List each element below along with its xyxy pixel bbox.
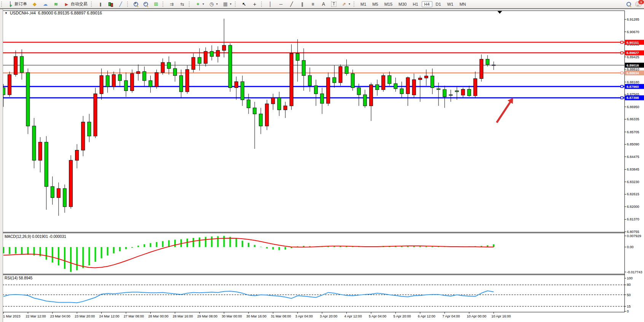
timeframe-button-H1[interactable]: H1 xyxy=(410,1,421,7)
timeframe-button-H4[interactable]: H4 xyxy=(422,1,432,7)
candle-body xyxy=(51,187,54,198)
hline-tool-button[interactable]: ─ xyxy=(276,0,286,8)
auto-scroll-icon: ⇉ xyxy=(169,1,175,7)
label-tool-button[interactable]: T xyxy=(329,1,338,8)
tile-windows-button[interactable]: ⊞ xyxy=(151,0,161,8)
rsi-axis-label: 0 xyxy=(627,309,629,313)
annotation-arrow-shaft[interactable] xyxy=(497,101,511,123)
candle-body xyxy=(284,106,287,110)
timeframe-button-MN[interactable]: MN xyxy=(457,1,469,7)
community-button[interactable]: ☁ xyxy=(40,0,50,8)
line-anchor-handle[interactable] xyxy=(621,52,623,54)
price-tick-label: 6.83230 xyxy=(627,180,639,184)
new-order-label: 新订单 xyxy=(14,1,27,7)
time-tick-label: 28 Mar 00:00 xyxy=(148,314,168,318)
templates-button[interactable]: ▦▾ xyxy=(220,0,233,8)
signal-icon: ≋ xyxy=(53,1,59,7)
macd-axis-label: 0.007929 xyxy=(627,234,641,238)
toolbar-grip xyxy=(354,2,356,7)
line-anchor-handle[interactable] xyxy=(621,72,623,74)
candle-body xyxy=(228,45,232,88)
candle-body xyxy=(363,95,367,106)
candle-body xyxy=(75,150,79,160)
line-anchor-handle[interactable] xyxy=(621,97,623,99)
candle-body xyxy=(100,76,103,94)
time-tick-label: 30 Mar 00:00 xyxy=(222,314,242,318)
chart-shift-button[interactable]: ⇆ xyxy=(177,0,187,8)
bar-chart-button[interactable]: ||| xyxy=(95,0,105,8)
timeframe-button-D1[interactable]: D1 xyxy=(433,1,444,7)
clock-icon: ◷ xyxy=(209,1,215,7)
time-tick-label: 3 Apr 04:00 xyxy=(295,314,313,318)
candle-body xyxy=(57,188,60,198)
timeframe-bar: M1M5M15M30H1H4D1W1MN xyxy=(357,1,469,7)
search-icon[interactable] xyxy=(626,2,631,7)
candle-body xyxy=(265,104,269,126)
auto-trading-button[interactable]: ▶ 自动交易 xyxy=(62,0,89,8)
candle-body xyxy=(327,78,330,104)
macd-axis-label: -0.017743 xyxy=(627,270,642,274)
time-tick-label: 7 Apr 04:00 xyxy=(442,314,460,318)
scroll-to-end-marker[interactable] xyxy=(497,11,502,14)
timeframe-button-W1[interactable]: W1 xyxy=(445,1,456,7)
candle-body xyxy=(204,51,207,64)
cursor-tool-button[interactable]: ↖ xyxy=(239,0,249,8)
indicators-button[interactable]: +▾ xyxy=(193,0,206,8)
deposit-button[interactable]: ◆ xyxy=(30,0,40,8)
candle-body xyxy=(271,98,275,104)
chart-shift-icon: ⇆ xyxy=(179,1,185,7)
time-tick-label: 28 Mar 16:00 xyxy=(173,314,193,318)
toolbar-grip xyxy=(1,2,4,7)
line-chart-icon: ╱ xyxy=(118,1,124,7)
shapes-tool-button[interactable]: ⇗▾ xyxy=(339,0,352,8)
timeframe-button-M15[interactable]: M15 xyxy=(382,1,395,7)
timeframe-button-M1[interactable]: M1 xyxy=(358,1,369,7)
fibonacci-tool-button[interactable]: ≡ xyxy=(308,0,318,8)
timeframe-button-M5[interactable]: M5 xyxy=(370,1,381,7)
zoom-in-button[interactable]: + xyxy=(131,1,140,8)
periods-button[interactable]: ◷▾ xyxy=(207,0,220,8)
toolbar-grip xyxy=(163,2,165,7)
vline-tool-button[interactable]: │ xyxy=(265,0,275,8)
auto-trading-icon: ▶ xyxy=(64,1,70,7)
candle-body xyxy=(253,108,257,114)
time-tick-label: 24 Mar 12:00 xyxy=(99,314,120,318)
new-order-button[interactable]: 新订单 xyxy=(5,0,29,8)
zoom-out-button[interactable]: − xyxy=(141,1,150,8)
line-anchor-handle[interactable] xyxy=(621,85,623,88)
signals-button[interactable]: ≋ xyxy=(51,0,61,8)
candle-body xyxy=(179,76,183,92)
candle-body xyxy=(69,160,73,207)
candle-body xyxy=(241,81,244,100)
gold-icon: ◆ xyxy=(32,1,38,7)
notification-badge: 1 xyxy=(638,0,644,4)
price-badge-label: 6.88634 xyxy=(626,71,639,75)
candle-body xyxy=(259,114,263,126)
crosshair-tool-button[interactable]: + xyxy=(250,0,260,8)
candle-body xyxy=(124,81,128,91)
candle-body xyxy=(339,67,342,83)
candle-body xyxy=(167,62,171,69)
chart-canvas-container[interactable]: 6.912856.906706.900406.894256.888106.881… xyxy=(0,9,644,322)
channel-tool-button[interactable]: ∥ xyxy=(297,0,307,8)
auto-scroll-button[interactable]: ⇉ xyxy=(167,0,177,8)
candle-body xyxy=(418,78,422,80)
line-chart-button[interactable]: ╱ xyxy=(116,0,126,8)
rsi-axis-label: 100 xyxy=(627,276,633,280)
candle-body xyxy=(357,88,360,95)
price-chart-canvas[interactable]: 6.912856.906706.900406.894256.888106.881… xyxy=(0,9,644,322)
text-icon: A xyxy=(320,1,327,7)
candle-body xyxy=(406,78,410,94)
timeframe-button-M30[interactable]: M30 xyxy=(396,1,409,7)
text-tool-button[interactable]: A xyxy=(319,0,328,8)
candle-body xyxy=(234,81,238,88)
chat-icon[interactable]: 1 xyxy=(635,2,642,7)
line-anchor-handle[interactable] xyxy=(621,41,623,43)
toolbar-grip xyxy=(261,2,264,7)
candle-body xyxy=(222,45,226,50)
trendline-tool-button[interactable]: ╱ xyxy=(287,0,296,8)
chart-dropdown-icon[interactable]: ▼ xyxy=(5,11,8,15)
candle-chart-button[interactable] xyxy=(106,1,115,8)
price-tick-label: 6.85090 xyxy=(627,142,639,146)
candle-body xyxy=(400,89,403,94)
